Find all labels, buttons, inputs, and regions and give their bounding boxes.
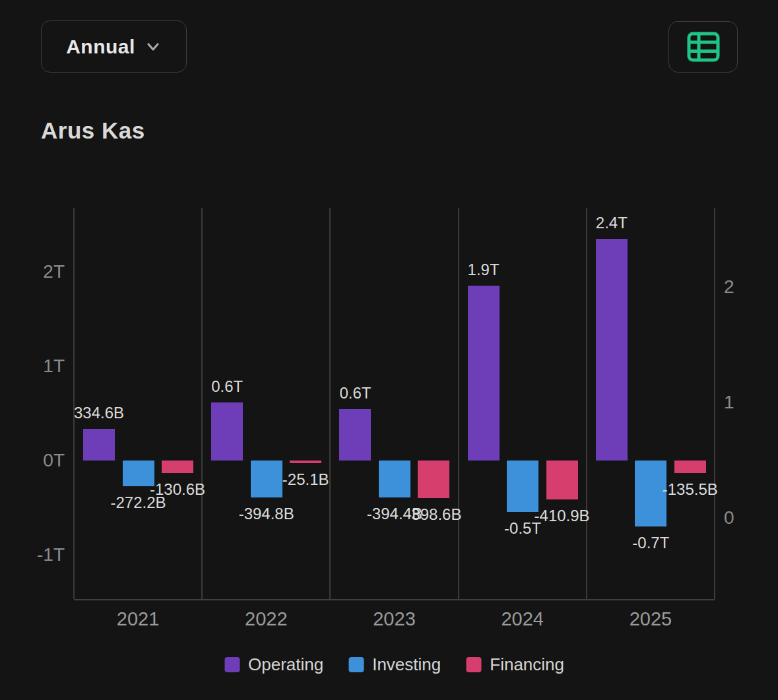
bar-value-label: 0.6T [339,385,371,402]
bar-operating-2022[interactable] [211,402,243,461]
bar-value-label: 0.6T [211,378,243,395]
cash-flow-chart: 2T1T0T-1T210334.6B0.6T0.6T1.9T2.4T-272.2… [0,0,778,700]
bar-value-label: -0.7T [632,534,669,552]
legend-label: Investing [372,654,441,675]
y-axis-right-line [714,208,715,599]
bar-operating-2025[interactable] [596,239,628,461]
x-axis-label-2021: 2021 [117,608,160,630]
x-axis-label-2023: 2023 [373,608,416,630]
legend-swatch-icon [224,657,240,672]
group-separator-line [586,208,587,599]
legend-item-investing[interactable]: Investing [348,654,441,675]
y-axis-tick-right: 2 [724,277,734,297]
y-axis-tick-left: 2T [18,262,65,282]
bar-financing-2025[interactable] [674,461,706,473]
bar-financing-2023[interactable] [418,461,449,498]
bar-financing-2021[interactable] [162,461,193,473]
bar-financing-2022[interactable] [290,461,321,463]
bar-value-label: -398.6B [406,506,461,523]
bar-value-label: -25.1B [282,471,329,488]
legend-item-financing[interactable]: Financing [466,654,564,675]
bar-operating-2021[interactable] [83,429,115,461]
x-axis-label-2022: 2022 [245,608,288,630]
bar-operating-2023[interactable] [339,409,371,461]
bar-value-label: 334.6B [74,404,124,422]
bar-value-label: -130.6B [150,481,205,498]
bar-financing-2024[interactable] [546,461,578,499]
bar-value-label: -394.8B [239,505,294,523]
y-axis-tick-right: 1 [724,393,734,412]
chart-legend: OperatingInvestingFinancing [224,654,564,675]
bar-value-label: -135.5B [663,481,718,498]
bar-operating-2024[interactable] [468,286,500,461]
legend-label: Financing [490,654,564,675]
y-axis-tick-left: 0T [18,451,65,470]
bar-investing-2024[interactable] [507,461,538,512]
legend-item-operating[interactable]: Operating [224,654,323,675]
legend-swatch-icon [466,657,481,672]
y-axis-tick-left: -1T [18,545,65,565]
group-separator-line [201,208,203,599]
bar-investing-2022[interactable] [251,461,282,497]
bar-value-label: -410.9B [535,507,590,525]
group-separator-line [458,208,459,599]
x-axis-line [74,599,715,600]
x-axis-label-2025: 2025 [630,608,672,630]
x-axis-label-2024: 2024 [501,608,544,630]
cash-flow-panel: Annual Arus Kas 2T1T0T-1T210334.6B0.6T0.… [0,0,778,700]
bar-investing-2023[interactable] [379,461,410,497]
legend-swatch-icon [348,657,364,672]
y-axis-tick-left: 1T [18,356,65,376]
y-axis-tick-right: 0 [724,508,734,528]
bar-value-label: 1.9T [468,261,500,278]
legend-label: Operating [248,654,323,675]
bar-value-label: 2.4T [596,214,628,232]
group-separator-line [329,208,331,599]
